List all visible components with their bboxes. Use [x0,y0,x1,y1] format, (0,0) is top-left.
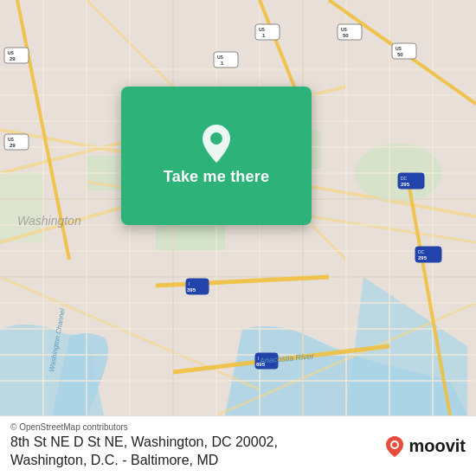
svg-text:50: 50 [397,52,403,57]
take-me-there-button[interactable]: Take me there [164,168,269,186]
address-line2: Washington, D.C. - Baltimore, MD [10,452,278,470]
svg-text:US: US [259,27,266,32]
location-pin-icon [199,126,234,161]
location-card[interactable]: Take me there [121,87,312,225]
moovit-logo: moovit [383,434,466,459]
footer: © OpenStreetMap contributors 8th St NE D… [0,415,476,476]
svg-text:US: US [217,55,224,60]
svg-text:Washington: Washington [17,214,81,228]
footer-text: © OpenStreetMap contributors 8th St NE D… [10,422,278,470]
svg-text:US: US [8,137,15,142]
svg-point-77 [392,442,397,447]
svg-text:295: 295 [418,255,428,261]
svg-text:I: I [189,281,190,286]
moovit-text: moovit [408,436,466,456]
attribution-text: © OpenStreetMap contributors [10,422,278,432]
svg-text:US: US [8,50,15,55]
svg-text:29: 29 [10,143,16,148]
svg-text:US: US [396,46,402,51]
moovit-icon [383,434,407,459]
svg-text:50: 50 [343,33,349,38]
svg-text:29: 29 [10,56,16,61]
svg-text:395: 395 [187,287,196,293]
map-container: US 29 US 1 US 1 US 50 US 50 US 29 I 395 … [0,0,476,415]
svg-text:US: US [341,27,348,32]
svg-point-75 [210,132,222,145]
svg-text:295: 295 [401,182,410,187]
svg-text:DC: DC [418,249,425,254]
svg-text:DC: DC [401,176,408,181]
footer-content: © OpenStreetMap contributors 8th St NE D… [10,422,466,470]
address-line1: 8th St NE D St NE, Washington, DC 20002, [10,434,278,452]
